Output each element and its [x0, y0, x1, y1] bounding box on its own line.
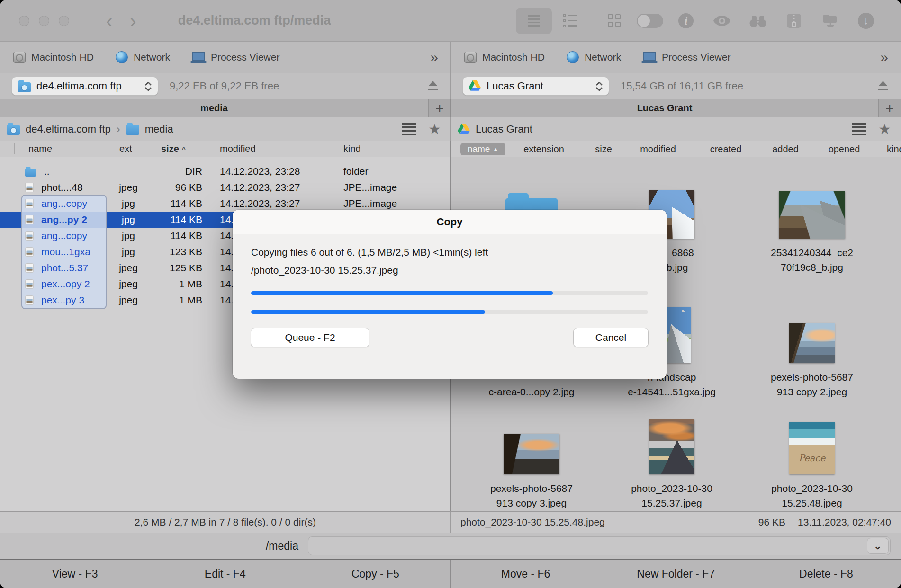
network-globe-icon — [116, 51, 128, 63]
ftp-folder-icon — [18, 82, 31, 92]
file-modified-cell: 14.12.2023, 23:27 — [220, 198, 329, 209]
column-header-ext[interactable]: ext — [119, 143, 132, 154]
command-input[interactable] — [308, 537, 867, 555]
column-header-name[interactable]: name▲ — [460, 143, 505, 155]
image-thumbnail — [789, 422, 835, 474]
archive-zip-icon[interactable] — [776, 8, 812, 34]
table-row[interactable]: ang...copyjpg114 KB14.12.2023, 23:27JPE.… — [0, 196, 450, 212]
zoom-button[interactable] — [59, 16, 69, 26]
sidebar-item-macintosh-hd[interactable]: Macintosh HD — [13, 52, 94, 63]
add-tab-icon[interactable]: + — [879, 99, 901, 117]
queue-button[interactable]: Queue - F2 — [251, 328, 369, 347]
favorites-overflow-icon[interactable]: » — [430, 49, 437, 65]
column-header-opened[interactable]: opened — [829, 143, 860, 154]
column-header-kind[interactable]: kind — [343, 143, 361, 154]
breadcrumb-item[interactable]: media — [126, 123, 173, 135]
tab-lucas-grant[interactable]: Lucas Grant — [451, 99, 879, 117]
eject-icon[interactable] — [877, 81, 889, 91]
breadcrumb: Lucas Grant — [458, 123, 852, 135]
list-view-icon[interactable] — [516, 8, 552, 34]
image-thumbnail — [504, 434, 559, 474]
cancel-button[interactable]: Cancel — [574, 328, 648, 347]
grid-item-label: pexels-photo-5687 913 copy 3.jpeg — [490, 481, 573, 511]
drive-dropdown-left[interactable]: de4.eltima.com ftp — [11, 77, 158, 96]
info-icon[interactable]: i — [668, 8, 704, 34]
breadcrumb-label: media — [145, 123, 173, 135]
file-name-cell: phot....48 — [21, 179, 107, 196]
minimize-button[interactable] — [39, 16, 49, 26]
drive-name: Lucas Grant — [487, 80, 590, 92]
back-icon[interactable]: ‹ — [98, 11, 121, 30]
forward-icon[interactable]: › — [121, 11, 144, 30]
file-kind-cell: JPE...image — [343, 182, 414, 193]
sort-arrow-icon: ▲ — [493, 146, 498, 152]
function-key-f7[interactable]: New Folder - F7 — [601, 560, 751, 588]
file-size-cell: 114 KB — [147, 198, 202, 209]
favorite-star-icon[interactable]: ★ — [428, 122, 441, 136]
grid-item[interactable]: pexels-photo-5687 913 copy 2.jpeg — [742, 276, 882, 400]
image-file-icon — [25, 279, 34, 289]
sidebar-item-process-viewer[interactable]: Process Viewer — [643, 52, 731, 63]
detail-list-view-icon[interactable] — [552, 8, 588, 34]
column-header-size[interactable]: size ^ — [161, 143, 186, 154]
view-options-icon[interactable] — [852, 121, 866, 137]
favorites-row: Macintosh HDNetworkProcess Viewer» Macin… — [0, 42, 901, 73]
favorite-label: Process Viewer — [662, 52, 731, 63]
eject-icon[interactable] — [427, 81, 439, 91]
view-options-icon[interactable] — [402, 121, 416, 137]
favorites-overflow-icon[interactable]: » — [880, 49, 887, 65]
downloads-icon[interactable]: ↓ — [848, 8, 884, 34]
title-bar: ‹ › de4.eltima.com ftp/media i — [0, 0, 901, 42]
history-chevron-down-icon[interactable]: ⌄ — [867, 538, 889, 554]
sidebar-item-network[interactable]: Network — [116, 51, 170, 63]
current-path-label: /media — [208, 540, 298, 552]
sidebar-item-network[interactable]: Network — [567, 51, 621, 63]
progress-bar-total — [251, 291, 648, 295]
column-header-created[interactable]: created — [710, 143, 742, 154]
quick-look-eye-icon[interactable] — [704, 8, 740, 34]
column-header-added[interactable]: added — [772, 143, 799, 154]
breadcrumb-item[interactable]: Lucas Grant — [458, 123, 532, 135]
favorite-star-icon[interactable]: ★ — [878, 122, 891, 136]
file-name: .. — [44, 166, 50, 177]
preview-toggle[interactable] — [632, 8, 668, 34]
function-key-f6[interactable]: Move - F6 — [451, 560, 601, 588]
sort-caret-icon: ^ — [181, 145, 186, 153]
toolbar-divider — [592, 10, 592, 31]
breadcrumb-label: de4.eltima.com ftp — [26, 123, 111, 135]
table-row[interactable]: phot....48jpeg96 KB14.12.2023, 23:27JPE.… — [0, 179, 450, 196]
file-size-cell: 96 KB — [147, 182, 202, 193]
column-header-modified[interactable]: modified — [220, 143, 256, 154]
grid-item[interactable]: 25341240344_ce2 70f19c8_b.jpg — [742, 157, 882, 276]
column-header-modified[interactable]: modified — [640, 143, 676, 154]
function-key-bar: View - F3Edit - F4Copy - F5Move - F6New … — [0, 559, 901, 588]
drive-dropdown-right[interactable]: Lucas Grant — [462, 77, 609, 96]
column-header-kind[interactable]: kind — [887, 143, 901, 154]
file-name-cell: phot...5.37 — [21, 260, 107, 276]
add-tab-icon[interactable]: + — [429, 99, 450, 117]
column-header-extension[interactable]: extension — [523, 143, 564, 154]
function-key-f3[interactable]: View - F3 — [0, 560, 150, 588]
grid-item-label: photo_2023-10-30 15.25.48.jpeg — [771, 481, 853, 511]
function-key-f4[interactable]: Edit - F4 — [150, 560, 300, 588]
grid-item[interactable]: photo_2023-10-30 15.25.37.jpeg — [602, 400, 742, 511]
breadcrumb-item[interactable]: de4.eltima.com ftp — [7, 123, 111, 135]
sidebar-item-macintosh-hd[interactable]: Macintosh HD — [464, 52, 545, 63]
network-folder-icon[interactable] — [812, 8, 848, 34]
sidebar-item-process-viewer[interactable]: Process Viewer — [192, 52, 280, 63]
grid-item-label: pexels-photo-5687 913 copy 2.jpeg — [771, 370, 853, 400]
grid-item[interactable]: photo_2023-10-30 15.25.48.jpeg — [742, 400, 882, 511]
laptop-icon — [643, 52, 656, 61]
table-row[interactable]: ..DIR14.12.2023, 23:28folder — [0, 163, 450, 179]
search-binoculars-icon[interactable] — [740, 8, 776, 34]
grid-view-icon[interactable] — [596, 8, 632, 34]
history-nav: ‹ › — [98, 10, 145, 31]
grid-item[interactable]: pexels-photo-5687 913 copy 3.jpeg — [461, 400, 602, 511]
tab-media[interactable]: media — [0, 99, 429, 117]
copy-dialog: Copy Copying files 6 out of 6. (1,5 MB/2… — [233, 210, 667, 379]
column-header-name[interactable]: name — [28, 143, 52, 154]
function-key-f5[interactable]: Copy - F5 — [300, 560, 450, 588]
function-key-f8[interactable]: Delete - F8 — [751, 560, 901, 588]
close-button[interactable] — [19, 16, 29, 26]
column-header-size[interactable]: size — [595, 143, 612, 154]
